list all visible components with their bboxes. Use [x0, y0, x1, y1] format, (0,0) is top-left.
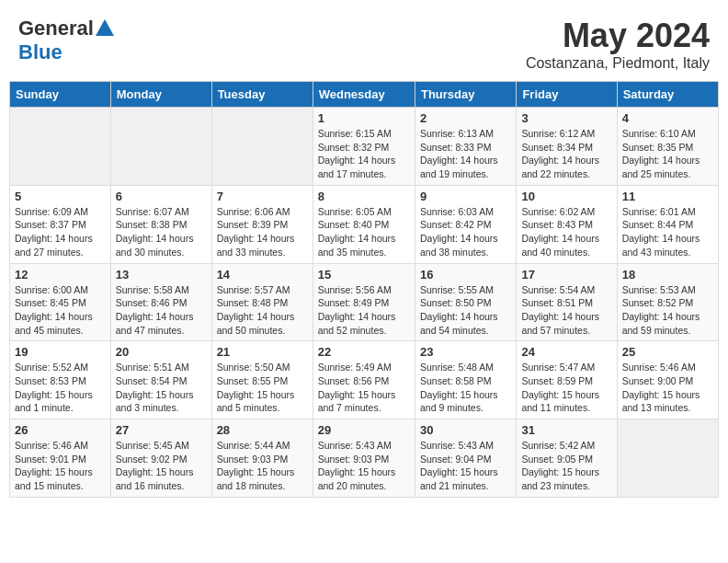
day-number: 24	[521, 345, 611, 359]
dow-header-tuesday: Tuesday	[211, 82, 313, 108]
logo-blue-text: Blue	[18, 40, 63, 64]
day-info: Sunrise: 5:46 AM Sunset: 9:00 PM Dayligh…	[622, 361, 713, 415]
calendar-cell: 24Sunrise: 5:47 AM Sunset: 8:59 PM Dayli…	[517, 341, 617, 419]
calendar-cell: 23Sunrise: 5:48 AM Sunset: 8:58 PM Dayli…	[415, 341, 516, 419]
calendar-cell	[617, 419, 718, 498]
month-year-title: May 2024	[526, 17, 710, 55]
day-info: Sunrise: 5:45 AM Sunset: 9:02 PM Dayligh…	[116, 439, 207, 493]
calendar-cell: 6Sunrise: 6:07 AM Sunset: 8:38 PM Daylig…	[110, 185, 211, 263]
day-info: Sunrise: 5:54 AM Sunset: 8:51 PM Dayligh…	[521, 283, 611, 338]
day-info: Sunrise: 5:42 AM Sunset: 9:05 PM Dayligh…	[521, 439, 611, 493]
day-number: 28	[217, 423, 308, 437]
calendar-cell: 28Sunrise: 5:44 AM Sunset: 9:03 PM Dayli…	[211, 419, 313, 498]
day-info: Sunrise: 5:49 AM Sunset: 8:56 PM Dayligh…	[318, 361, 410, 415]
day-info: Sunrise: 6:10 AM Sunset: 8:35 PM Dayligh…	[622, 127, 713, 181]
day-number: 19	[15, 345, 106, 359]
day-info: Sunrise: 6:12 AM Sunset: 8:34 PM Dayligh…	[521, 127, 611, 181]
day-number: 4	[622, 111, 713, 125]
day-of-week-header: SundayMondayTuesdayWednesdayThursdayFrid…	[10, 82, 719, 108]
day-info: Sunrise: 6:02 AM Sunset: 8:43 PM Dayligh…	[521, 205, 611, 259]
calendar-cell: 3Sunrise: 6:12 AM Sunset: 8:34 PM Daylig…	[517, 108, 617, 186]
day-number: 21	[217, 345, 308, 359]
calendar-cell	[10, 108, 111, 186]
title-area: May 2024 Costanzana, Piedmont, Italy	[526, 17, 710, 72]
calendar-cell: 9Sunrise: 6:03 AM Sunset: 8:42 PM Daylig…	[415, 185, 516, 263]
calendar-week-4: 19Sunrise: 5:52 AM Sunset: 8:53 PM Dayli…	[10, 341, 719, 419]
day-info: Sunrise: 6:05 AM Sunset: 8:40 PM Dayligh…	[318, 205, 410, 259]
calendar-cell: 14Sunrise: 5:57 AM Sunset: 8:48 PM Dayli…	[211, 263, 313, 341]
header: General Blue May 2024 Costanzana, Piedmo…	[9, 9, 719, 77]
calendar-week-1: 1Sunrise: 6:15 AM Sunset: 8:32 PM Daylig…	[10, 108, 719, 186]
day-info: Sunrise: 5:51 AM Sunset: 8:54 PM Dayligh…	[116, 361, 207, 415]
location-subtitle: Costanzana, Piedmont, Italy	[526, 55, 710, 72]
day-info: Sunrise: 5:44 AM Sunset: 9:03 PM Dayligh…	[217, 439, 308, 493]
calendar-cell: 10Sunrise: 6:02 AM Sunset: 8:43 PM Dayli…	[517, 185, 617, 263]
day-number: 3	[521, 111, 611, 125]
day-number: 23	[420, 345, 511, 359]
calendar-cell: 7Sunrise: 6:06 AM Sunset: 8:39 PM Daylig…	[211, 185, 313, 263]
calendar-cell: 5Sunrise: 6:09 AM Sunset: 8:37 PM Daylig…	[10, 185, 111, 263]
day-number: 11	[622, 190, 713, 203]
calendar-cell: 29Sunrise: 5:43 AM Sunset: 9:03 PM Dayli…	[313, 419, 415, 498]
day-info: Sunrise: 6:03 AM Sunset: 8:42 PM Dayligh…	[420, 205, 511, 259]
day-info: Sunrise: 6:15 AM Sunset: 8:32 PM Dayligh…	[318, 127, 410, 181]
day-number: 2	[420, 111, 511, 125]
calendar-cell: 2Sunrise: 6:13 AM Sunset: 8:33 PM Daylig…	[415, 108, 516, 186]
calendar-cell: 4Sunrise: 6:10 AM Sunset: 8:35 PM Daylig…	[617, 108, 718, 186]
day-info: Sunrise: 5:55 AM Sunset: 8:50 PM Dayligh…	[420, 283, 511, 338]
day-number: 20	[116, 345, 207, 359]
calendar-table: SundayMondayTuesdayWednesdayThursdayFrid…	[9, 81, 719, 498]
calendar-cell: 22Sunrise: 5:49 AM Sunset: 8:56 PM Dayli…	[313, 341, 415, 419]
calendar-cell: 12Sunrise: 6:00 AM Sunset: 8:45 PM Dayli…	[10, 263, 111, 341]
calendar-week-5: 26Sunrise: 5:46 AM Sunset: 9:01 PM Dayli…	[10, 419, 719, 498]
day-number: 15	[318, 268, 410, 282]
logo-triangle-icon	[96, 19, 114, 36]
day-info: Sunrise: 6:01 AM Sunset: 8:44 PM Dayligh…	[622, 205, 713, 259]
dow-header-wednesday: Wednesday	[313, 82, 415, 108]
calendar-cell: 26Sunrise: 5:46 AM Sunset: 9:01 PM Dayli…	[10, 419, 111, 498]
day-info: Sunrise: 5:57 AM Sunset: 8:48 PM Dayligh…	[217, 283, 308, 338]
logo-general-text: General	[18, 17, 94, 40]
day-info: Sunrise: 5:52 AM Sunset: 8:53 PM Dayligh…	[15, 361, 106, 415]
calendar-cell: 18Sunrise: 5:53 AM Sunset: 8:52 PM Dayli…	[617, 263, 718, 341]
day-number: 17	[521, 268, 611, 282]
day-info: Sunrise: 6:09 AM Sunset: 8:37 PM Dayligh…	[15, 205, 106, 259]
day-number: 1	[318, 111, 410, 125]
calendar-cell: 25Sunrise: 5:46 AM Sunset: 9:00 PM Dayli…	[617, 341, 718, 419]
calendar-cell: 27Sunrise: 5:45 AM Sunset: 9:02 PM Dayli…	[110, 419, 211, 498]
calendar-cell: 19Sunrise: 5:52 AM Sunset: 8:53 PM Dayli…	[10, 341, 111, 419]
calendar-cell: 13Sunrise: 5:58 AM Sunset: 8:46 PM Dayli…	[110, 263, 211, 341]
logo: General Blue	[18, 17, 114, 64]
day-info: Sunrise: 6:00 AM Sunset: 8:45 PM Dayligh…	[15, 283, 106, 338]
day-number: 26	[15, 423, 106, 437]
day-number: 16	[420, 268, 511, 282]
dow-header-monday: Monday	[110, 82, 211, 108]
day-info: Sunrise: 5:58 AM Sunset: 8:46 PM Dayligh…	[116, 283, 207, 338]
calendar-cell: 30Sunrise: 5:43 AM Sunset: 9:04 PM Dayli…	[415, 419, 516, 498]
day-info: Sunrise: 6:06 AM Sunset: 8:39 PM Dayligh…	[217, 205, 308, 259]
calendar-cell: 11Sunrise: 6:01 AM Sunset: 8:44 PM Dayli…	[617, 185, 718, 263]
day-number: 6	[116, 190, 207, 203]
day-number: 18	[622, 268, 713, 282]
day-info: Sunrise: 6:07 AM Sunset: 8:38 PM Dayligh…	[116, 205, 207, 259]
calendar-cell: 31Sunrise: 5:42 AM Sunset: 9:05 PM Dayli…	[517, 419, 617, 498]
calendar-cell: 16Sunrise: 5:55 AM Sunset: 8:50 PM Dayli…	[415, 263, 516, 341]
day-info: Sunrise: 5:43 AM Sunset: 9:04 PM Dayligh…	[420, 439, 511, 493]
dow-header-thursday: Thursday	[415, 82, 516, 108]
calendar-cell	[110, 108, 211, 186]
day-info: Sunrise: 5:47 AM Sunset: 8:59 PM Dayligh…	[521, 361, 611, 415]
day-number: 22	[318, 345, 410, 359]
day-info: Sunrise: 5:50 AM Sunset: 8:55 PM Dayligh…	[217, 361, 308, 415]
day-number: 25	[622, 345, 713, 359]
calendar-week-3: 12Sunrise: 6:00 AM Sunset: 8:45 PM Dayli…	[10, 263, 719, 341]
day-number: 14	[217, 268, 308, 282]
calendar-week-2: 5Sunrise: 6:09 AM Sunset: 8:37 PM Daylig…	[10, 185, 719, 263]
day-number: 5	[15, 190, 106, 203]
day-number: 10	[521, 190, 611, 203]
day-number: 27	[116, 423, 207, 437]
day-info: Sunrise: 5:46 AM Sunset: 9:01 PM Dayligh…	[15, 439, 106, 493]
calendar-cell: 17Sunrise: 5:54 AM Sunset: 8:51 PM Dayli…	[517, 263, 617, 341]
day-number: 13	[116, 268, 207, 282]
calendar-cell: 21Sunrise: 5:50 AM Sunset: 8:55 PM Dayli…	[211, 341, 313, 419]
calendar-cell: 15Sunrise: 5:56 AM Sunset: 8:49 PM Dayli…	[313, 263, 415, 341]
